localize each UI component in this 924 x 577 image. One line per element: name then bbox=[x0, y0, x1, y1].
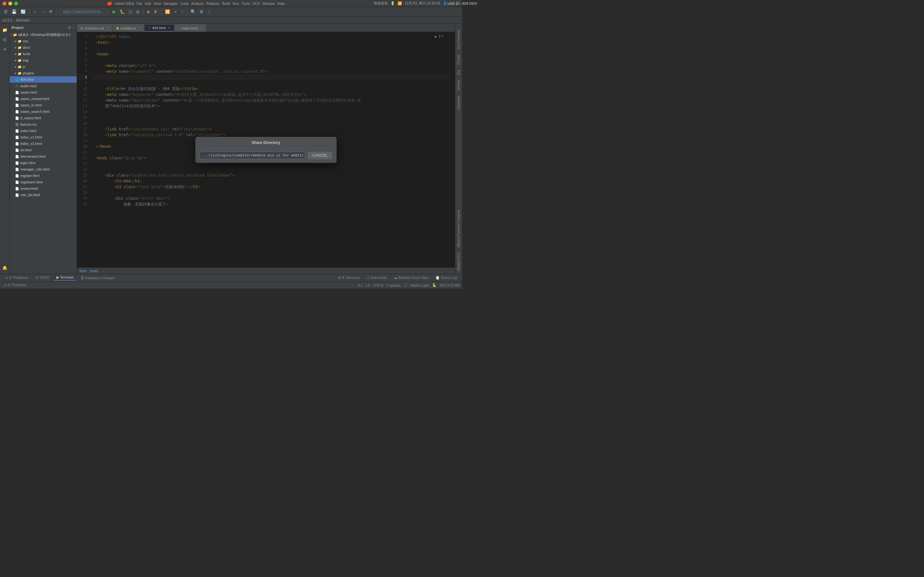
file-review[interactable]: 📄 review.html bbox=[10, 185, 77, 192]
tab-404-close[interactable]: ✕ bbox=[167, 26, 171, 30]
maximize-button[interactable] bbox=[14, 2, 18, 5]
profile-btn[interactable]: ◎ bbox=[135, 9, 141, 15]
settings-btn[interactable]: ⚙ bbox=[198, 9, 205, 15]
tab-common-css-close[interactable]: ✕ bbox=[105, 26, 110, 30]
file-index-html[interactable]: 📄 index.html bbox=[10, 127, 77, 134]
tree-root[interactable]: ▾ 📂 v2.0.1 ~/Desktop/前端模版/v2.0.1 bbox=[10, 31, 77, 38]
commit-btn[interactable]: ✓ bbox=[173, 9, 179, 15]
dialog-cancel-button[interactable]: CANCEL bbox=[308, 152, 333, 159]
pause-btn[interactable]: ⏸ bbox=[152, 9, 159, 15]
view-menu[interactable]: View bbox=[153, 2, 161, 5]
bottom-event-log[interactable]: 📋 Event Log bbox=[433, 275, 459, 280]
bottom-db-changes[interactable]: 🗄 Database Changes bbox=[78, 276, 118, 280]
refactor-menu[interactable]: Refactor bbox=[206, 2, 220, 5]
coverage-btn[interactable]: ⬡ bbox=[128, 9, 134, 15]
recent-files-btn[interactable]: ⟳ bbox=[48, 9, 54, 15]
minimize-button[interactable] bbox=[8, 2, 12, 5]
theme[interactable]: IntelliJ Light bbox=[410, 284, 429, 287]
file-registrant[interactable]: 📄 registrant.html bbox=[10, 179, 77, 185]
breadcrumb-file[interactable]: 404.html bbox=[16, 18, 29, 22]
total-lines[interactable]: 833 of 214M bbox=[440, 284, 459, 287]
breadcrumb-root[interactable]: v2.0.1 bbox=[3, 18, 12, 22]
push-btn[interactable]: ↑ bbox=[180, 9, 185, 15]
vcs-btn[interactable]: 🔀 bbox=[164, 9, 171, 15]
forward-btn[interactable]: → bbox=[40, 9, 47, 15]
debug-btn[interactable]: 🐛 bbox=[118, 9, 126, 15]
bottom-todo[interactable]: ☑ TODO bbox=[33, 275, 52, 280]
project-icon[interactable]: 📁 bbox=[1, 26, 8, 33]
window-menu[interactable]: Window bbox=[262, 2, 275, 5]
panel-collapse-icon[interactable]: − bbox=[73, 25, 75, 30]
file-interviewed[interactable]: 📄 interviewed.html bbox=[10, 153, 77, 160]
bottom-alibaba-cloud[interactable]: ☁ Alibaba Cloud View bbox=[391, 275, 431, 280]
tab-contabs-js-close[interactable]: ✕ bbox=[137, 26, 141, 30]
folder-js[interactable]: ▶ 📁 js bbox=[10, 63, 77, 70]
editor-breadcrumb-html[interactable]: html bbox=[79, 269, 86, 273]
sidebar-key-promoter[interactable]: Key Promoter bbox=[456, 27, 461, 52]
file-index-v2[interactable]: 📄 index_v2.html bbox=[10, 140, 77, 147]
help-menu[interactable]: Help bbox=[278, 2, 285, 5]
vcs-menu[interactable]: VCS bbox=[252, 2, 260, 5]
save-btn[interactable]: 💾 bbox=[10, 9, 18, 15]
search-btn[interactable]: 🔍 bbox=[189, 9, 197, 15]
file-menu[interactable]: File bbox=[137, 2, 142, 5]
edit-menu[interactable]: Edit bbox=[145, 2, 151, 5]
tab-contabs-js[interactable]: ◉ contabs.js ✕ bbox=[113, 24, 145, 32]
indent[interactable]: 4 spaces bbox=[387, 284, 401, 287]
folder-css[interactable]: ▶ 📁 css bbox=[10, 38, 77, 44]
file-cases-closed[interactable]: 📄 cases_closed.html bbox=[10, 95, 77, 102]
sidebar-alibaba-function[interactable]: Alibaba Function Compute bbox=[456, 207, 461, 250]
run-menu[interactable]: Run bbox=[233, 2, 239, 5]
notifications-icon[interactable]: 🔔 bbox=[1, 264, 8, 271]
file-role-list[interactable]: 📄 role_list.html bbox=[10, 192, 77, 198]
file-int[interactable]: 📄 int.html bbox=[10, 147, 77, 153]
dialog-input[interactable] bbox=[200, 152, 305, 159]
file-manager-role[interactable]: 📄 manager_role.html bbox=[10, 166, 77, 172]
analyze-menu[interactable]: Analyze bbox=[191, 2, 204, 5]
folder-img[interactable]: ▶ 📁 img bbox=[10, 57, 77, 63]
folder-docs[interactable]: ▶ 📁 docs bbox=[10, 44, 77, 51]
file-cases-in[interactable]: 📄 cases_in.html bbox=[10, 102, 77, 108]
project-view-btn[interactable]: ☰ bbox=[3, 9, 9, 15]
bottom-problems[interactable]: ⚠ 6: Problems bbox=[3, 275, 31, 280]
build-menu[interactable]: Build bbox=[222, 2, 230, 5]
panel-settings-icon[interactable]: ⚙ bbox=[68, 25, 71, 30]
bottom-terminal[interactable]: ▶ Terminal bbox=[54, 275, 76, 281]
line-ending[interactable]: LF bbox=[366, 284, 370, 287]
file-cases-search[interactable]: 📄 cases_search.html bbox=[10, 108, 77, 115]
sidebar-xcoder[interactable]: XCoder bbox=[456, 52, 461, 68]
encoding[interactable]: UTF-8 bbox=[373, 284, 383, 287]
intellij-menu[interactable]: IntelliJ IDEA bbox=[115, 2, 134, 5]
close-button[interactable] bbox=[3, 2, 6, 5]
back-btn[interactable]: ← bbox=[32, 9, 39, 15]
bottom-auto-build[interactable]: ⚠ Auto-build bbox=[364, 275, 389, 280]
file-favicon[interactable]: 🖼 favicon.ico bbox=[10, 121, 77, 127]
code-menu[interactable]: Code bbox=[180, 2, 189, 5]
sync-btn[interactable]: 🔄 bbox=[19, 9, 27, 15]
folder-plugins[interactable]: ▶ 📁 plugins bbox=[10, 70, 77, 76]
run-btn[interactable]: ▶ bbox=[111, 9, 117, 15]
file-cases-html[interactable]: 📄 cases.html bbox=[10, 89, 77, 95]
file-d-cases[interactable]: 📄 d_cases.html bbox=[10, 115, 77, 121]
file-index-v1[interactable]: 📄 index_v1.html bbox=[10, 134, 77, 140]
editor-breadcrumb-head[interactable]: head bbox=[90, 269, 97, 273]
structure-icon[interactable]: ⊞ bbox=[1, 36, 8, 43]
tab-404-html[interactable]: ⬡ 404.html ✕ bbox=[145, 24, 174, 32]
file-audio-mp3[interactable]: 🎵 audio.mp3 bbox=[10, 83, 77, 89]
sidebar-ant[interactable]: Ant bbox=[456, 68, 461, 77]
sidebar-database[interactable]: Database bbox=[456, 93, 461, 112]
stop-btn[interactable]: ■ bbox=[145, 9, 151, 15]
tools-menu[interactable]: Tools bbox=[242, 2, 250, 5]
bottom-services[interactable]: ⚙ 8: Services bbox=[335, 275, 362, 280]
navigate-menu[interactable]: Navigate bbox=[164, 2, 178, 5]
sidebar-aliview[interactable]: AliView bbox=[456, 77, 461, 93]
more-btn[interactable]: ⋮ bbox=[206, 9, 213, 15]
favorites-icon[interactable]: ★ bbox=[1, 45, 8, 53]
tab-common-css[interactable]: ◉ common.css ✕ bbox=[77, 24, 113, 32]
file-login[interactable]: 📄 login.html bbox=[10, 160, 77, 166]
tab-index-html[interactable]: ⬡ index.html ✕ bbox=[174, 24, 206, 32]
run-config[interactable]: ADD CONFIGURATION... bbox=[60, 9, 107, 15]
tab-index-close[interactable]: ✕ bbox=[199, 26, 203, 30]
git-icon[interactable]: ⎇ 6: Problems bbox=[3, 283, 27, 287]
folder-fonts[interactable]: ▶ 📁 fonts bbox=[10, 51, 77, 57]
